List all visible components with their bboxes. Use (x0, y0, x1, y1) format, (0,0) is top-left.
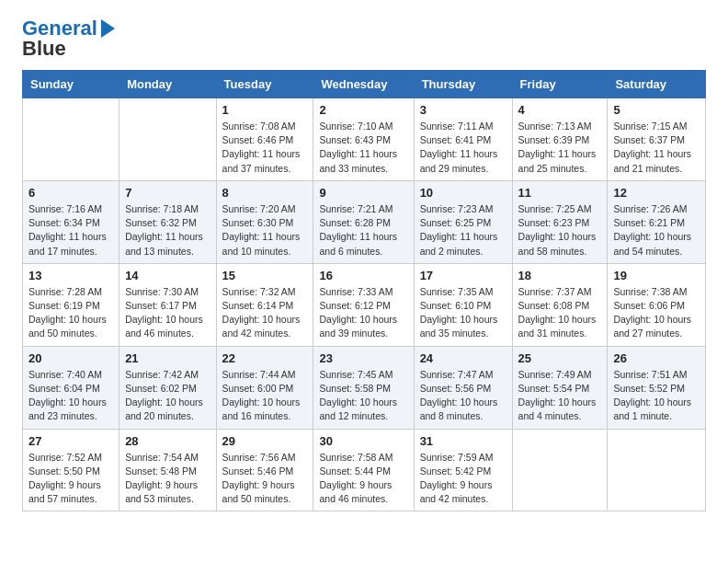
day-number: 15 (222, 269, 308, 282)
day-number: 12 (613, 186, 700, 200)
day-info: Sunrise: 7:08 AM Sunset: 6:46 PM Dayligh… (222, 120, 308, 176)
header: General Blue (0, 0, 728, 70)
calendar-cell: 11Sunrise: 7:25 AM Sunset: 6:23 PM Dayli… (512, 180, 608, 263)
calendar-cell: 1Sunrise: 7:08 AM Sunset: 6:46 PM Daylig… (216, 98, 313, 181)
calendar-cell: 24Sunrise: 7:47 AM Sunset: 5:56 PM Dayli… (414, 346, 512, 429)
day-info: Sunrise: 7:32 AM Sunset: 6:14 PM Dayligh… (222, 285, 308, 341)
weekday-header: Thursday (414, 71, 512, 98)
calendar-cell: 21Sunrise: 7:42 AM Sunset: 6:02 PM Dayli… (119, 346, 216, 429)
day-info: Sunrise: 7:45 AM Sunset: 5:58 PM Dayligh… (319, 368, 407, 424)
day-number: 9 (319, 186, 407, 200)
calendar-cell: 4Sunrise: 7:13 AM Sunset: 6:39 PM Daylig… (512, 98, 608, 181)
day-info: Sunrise: 7:16 AM Sunset: 6:34 PM Dayligh… (28, 202, 113, 259)
logo: General Blue (22, 17, 115, 61)
day-info: Sunrise: 7:25 AM Sunset: 6:23 PM Dayligh… (518, 202, 602, 259)
day-info: Sunrise: 7:23 AM Sunset: 6:25 PM Dayligh… (420, 202, 506, 259)
calendar-wrap: SundayMondayTuesdayWednesdayThursdayFrid… (0, 70, 728, 523)
day-number: 23 (319, 351, 407, 365)
day-info: Sunrise: 7:59 AM Sunset: 5:42 PM Dayligh… (420, 451, 506, 507)
day-number: 1 (222, 103, 308, 117)
calendar-week-row: 13Sunrise: 7:28 AM Sunset: 6:19 PM Dayli… (23, 263, 706, 346)
day-info: Sunrise: 7:35 AM Sunset: 6:10 PM Dayligh… (420, 285, 506, 341)
calendar-cell: 10Sunrise: 7:23 AM Sunset: 6:25 PM Dayli… (414, 180, 512, 263)
weekday-header: Monday (119, 71, 216, 98)
day-info: Sunrise: 7:15 AM Sunset: 6:37 PM Dayligh… (613, 120, 700, 176)
day-number: 27 (28, 434, 113, 448)
calendar-cell: 8Sunrise: 7:20 AM Sunset: 6:30 PM Daylig… (216, 180, 313, 263)
day-number: 19 (613, 269, 700, 282)
day-number: 20 (28, 351, 113, 365)
calendar-cell: 27Sunrise: 7:52 AM Sunset: 5:50 PM Dayli… (23, 429, 119, 511)
calendar-cell: 2Sunrise: 7:10 AM Sunset: 6:43 PM Daylig… (313, 98, 414, 181)
calendar-cell: 9Sunrise: 7:21 AM Sunset: 6:28 PM Daylig… (313, 180, 414, 263)
calendar-cell: 28Sunrise: 7:54 AM Sunset: 5:48 PM Dayli… (119, 429, 216, 511)
day-info: Sunrise: 7:51 AM Sunset: 5:52 PM Dayligh… (613, 368, 700, 424)
calendar-week-row: 20Sunrise: 7:40 AM Sunset: 6:04 PM Dayli… (23, 346, 706, 429)
day-number: 5 (613, 103, 700, 117)
calendar-cell: 17Sunrise: 7:35 AM Sunset: 6:10 PM Dayli… (414, 263, 512, 346)
calendar-cell (608, 429, 706, 511)
day-number: 17 (420, 269, 506, 282)
day-info: Sunrise: 7:47 AM Sunset: 5:56 PM Dayligh… (420, 368, 506, 424)
day-info: Sunrise: 7:30 AM Sunset: 6:17 PM Dayligh… (125, 285, 210, 341)
day-info: Sunrise: 7:42 AM Sunset: 6:02 PM Dayligh… (125, 368, 210, 424)
calendar-cell: 30Sunrise: 7:58 AM Sunset: 5:44 PM Dayli… (313, 429, 414, 511)
day-number: 21 (125, 351, 210, 365)
calendar-cell: 20Sunrise: 7:40 AM Sunset: 6:04 PM Dayli… (23, 346, 119, 429)
day-number: 26 (613, 351, 700, 365)
weekday-header-row: SundayMondayTuesdayWednesdayThursdayFrid… (23, 71, 706, 98)
day-info: Sunrise: 7:20 AM Sunset: 6:30 PM Dayligh… (222, 202, 308, 259)
calendar-cell: 18Sunrise: 7:37 AM Sunset: 6:08 PM Dayli… (512, 263, 608, 346)
calendar-cell: 31Sunrise: 7:59 AM Sunset: 5:42 PM Dayli… (414, 429, 512, 511)
day-info: Sunrise: 7:28 AM Sunset: 6:19 PM Dayligh… (28, 285, 113, 341)
calendar-cell: 13Sunrise: 7:28 AM Sunset: 6:19 PM Dayli… (23, 263, 119, 346)
day-info: Sunrise: 7:18 AM Sunset: 6:32 PM Dayligh… (125, 202, 210, 259)
calendar-cell: 22Sunrise: 7:44 AM Sunset: 6:00 PM Dayli… (216, 346, 313, 429)
day-info: Sunrise: 7:54 AM Sunset: 5:48 PM Dayligh… (125, 451, 210, 507)
day-number: 3 (420, 103, 506, 117)
logo-arrow (101, 19, 115, 38)
day-number: 11 (518, 186, 602, 200)
day-info: Sunrise: 7:38 AM Sunset: 6:06 PM Dayligh… (613, 285, 700, 341)
day-number: 14 (125, 269, 210, 282)
day-number: 2 (319, 103, 407, 117)
day-number: 13 (28, 269, 113, 282)
weekday-header: Sunday (23, 71, 119, 98)
calendar-cell: 15Sunrise: 7:32 AM Sunset: 6:14 PM Dayli… (216, 263, 313, 346)
day-number: 30 (319, 434, 407, 448)
calendar-cell: 23Sunrise: 7:45 AM Sunset: 5:58 PM Dayli… (313, 346, 414, 429)
logo-blue: Blue (22, 37, 66, 61)
day-info: Sunrise: 7:40 AM Sunset: 6:04 PM Dayligh… (28, 368, 113, 424)
day-number: 10 (420, 186, 506, 200)
day-info: Sunrise: 7:10 AM Sunset: 6:43 PM Dayligh… (319, 120, 407, 176)
day-info: Sunrise: 7:58 AM Sunset: 5:44 PM Dayligh… (319, 451, 407, 507)
day-number: 31 (420, 434, 506, 448)
calendar-cell: 29Sunrise: 7:56 AM Sunset: 5:46 PM Dayli… (216, 429, 313, 511)
weekday-header: Saturday (608, 71, 706, 98)
calendar-cell (119, 98, 216, 181)
day-info: Sunrise: 7:52 AM Sunset: 5:50 PM Dayligh… (28, 451, 113, 507)
calendar-cell: 19Sunrise: 7:38 AM Sunset: 6:06 PM Dayli… (608, 263, 706, 346)
calendar-cell: 16Sunrise: 7:33 AM Sunset: 6:12 PM Dayli… (313, 263, 414, 346)
day-number: 4 (518, 103, 602, 117)
calendar-week-row: 27Sunrise: 7:52 AM Sunset: 5:50 PM Dayli… (23, 429, 706, 511)
day-number: 18 (518, 269, 602, 282)
weekday-header: Tuesday (216, 71, 313, 98)
day-number: 6 (28, 186, 113, 200)
calendar-cell: 7Sunrise: 7:18 AM Sunset: 6:32 PM Daylig… (119, 180, 216, 263)
day-info: Sunrise: 7:13 AM Sunset: 6:39 PM Dayligh… (518, 120, 602, 176)
calendar-cell: 6Sunrise: 7:16 AM Sunset: 6:34 PM Daylig… (23, 180, 119, 263)
day-info: Sunrise: 7:26 AM Sunset: 6:21 PM Dayligh… (613, 202, 700, 259)
day-info: Sunrise: 7:44 AM Sunset: 6:00 PM Dayligh… (222, 368, 308, 424)
day-info: Sunrise: 7:33 AM Sunset: 6:12 PM Dayligh… (319, 285, 407, 341)
day-info: Sunrise: 7:49 AM Sunset: 5:54 PM Dayligh… (518, 368, 602, 424)
day-number: 16 (319, 269, 407, 282)
day-number: 28 (125, 434, 210, 448)
calendar-cell: 14Sunrise: 7:30 AM Sunset: 6:17 PM Dayli… (119, 263, 216, 346)
calendar-table: SundayMondayTuesdayWednesdayThursdayFrid… (22, 70, 706, 511)
calendar-cell (23, 98, 119, 181)
day-info: Sunrise: 7:21 AM Sunset: 6:28 PM Dayligh… (319, 202, 407, 259)
calendar-cell: 3Sunrise: 7:11 AM Sunset: 6:41 PM Daylig… (414, 98, 512, 181)
day-number: 22 (222, 351, 308, 365)
calendar-week-row: 6Sunrise: 7:16 AM Sunset: 6:34 PM Daylig… (23, 180, 706, 263)
